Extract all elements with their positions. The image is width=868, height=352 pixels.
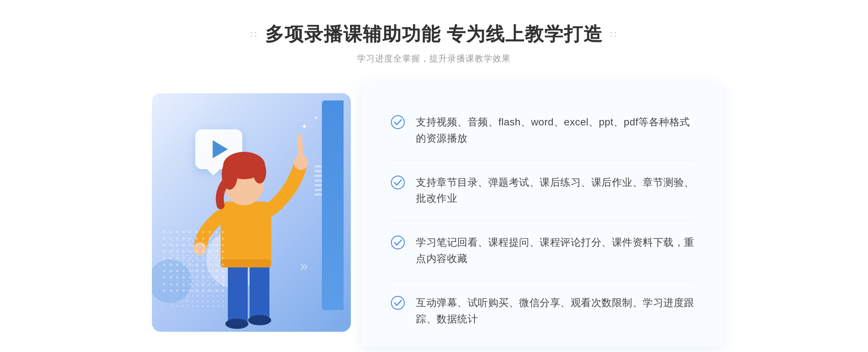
svg-point-3 [248,315,271,325]
check-icon-4 [391,296,405,310]
svg-rect-13 [163,231,228,296]
feature-text-1: 支持视频、音频、flash、word、excel、ppt、pdf等各种格式的资源… [416,114,694,147]
header-section: ∷ 多项录播课辅助功能 专为线上教学打造 ∷ 学习进度全掌握，提升录播课教学效果 [250,22,618,64]
title-dots-left: ∷ [250,29,258,40]
illustration-background: ✦ ✦ [152,93,351,332]
main-title: 多项录播课辅助功能 专为线上教学打造 [265,22,603,47]
page-container: ∷ 多项录播课辅助功能 专为线上教学打造 ∷ 学习进度全掌握，提升录播课教学效果… [0,0,868,352]
svg-point-16 [391,176,404,189]
svg-point-17 [391,236,404,249]
check-icon-1 [391,115,405,129]
illustration-area: ✦ ✦ [145,82,362,346]
arrows-decoration: » [300,259,322,274]
blue-sidebar-strip [322,100,344,310]
feature-item-2: 支持章节目录、弹题考试、课后练习、课后作业、章节测验、批改作业 [391,161,694,221]
feature-item-1: 支持视频、音频、flash、word、excel、ppt、pdf等各种格式的资源… [391,100,694,161]
feature-item-4: 互动弹幕、试听购买、微信分享、观看次数限制、学习进度跟踪、数据统计 [391,281,694,341]
star-decoration-2: ✦ [314,115,318,121]
subtitle: 学习进度全掌握，提升录播课教学效果 [250,53,618,64]
svg-rect-11 [221,259,271,267]
svg-point-2 [225,319,248,329]
svg-text:»: » [300,259,308,274]
person-figure [170,122,315,332]
svg-point-18 [391,296,404,309]
feature-text-4: 互动弹幕、试听购买、微信分享、观看次数限制、学习进度跟踪、数据统计 [416,295,694,327]
check-icon-2 [391,175,405,190]
content-area: » [145,82,723,346]
features-list: 支持视频、音频、flash、word、excel、ppt、pdf等各种格式的资源… [391,100,694,341]
check-icon-3 [391,235,405,250]
svg-rect-1 [250,263,269,321]
svg-point-15 [391,116,404,129]
feature-text-3: 学习笔记回看、课程提问、课程评论打分、课件资料下载，重点内容收藏 [416,235,694,267]
feature-text-2: 支持章节目录、弹题考试、课后练习、课后作业、章节测验、批改作业 [416,175,694,207]
svg-rect-4 [221,202,271,267]
title-dots-right: ∷ [610,29,618,40]
svg-rect-0 [228,263,248,325]
svg-point-8 [253,160,266,184]
title-row: ∷ 多项录播课辅助功能 专为线上教学打造 ∷ [250,22,618,47]
features-panel: 支持视频、音频、flash、word、excel、ppt、pdf等各种格式的资源… [362,82,723,346]
bg-dots-pattern [163,231,228,296]
feature-item-3: 学习笔记回看、课程提问、课程评论打分、课件资料下载，重点内容收藏 [391,221,694,281]
